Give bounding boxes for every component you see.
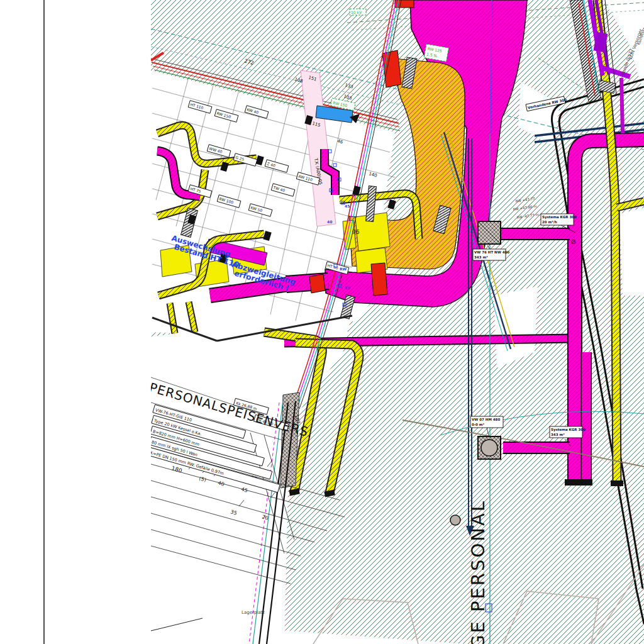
svg-text:RW: RW (340, 267, 347, 271)
svg-text:50: 50 (345, 286, 350, 290)
svg-text:Systema KGR 300: Systema KGR 300 (551, 428, 586, 432)
svg-text:VW 07 HM 480: VW 07 HM 480 (472, 418, 500, 421)
street-name-label: GE PERSONAL (467, 499, 489, 644)
drawing-area: HT 110 RW 150 KW 40 WW 40 G 25 Z 40 HT 7… (148, 0, 644, 644)
svg-text:0-0 m³: 0-0 m³ (472, 423, 485, 426)
label-systema-2: Systema KGR 300343 m³ (550, 426, 586, 438)
shaft-1 (478, 221, 501, 244)
svg-text:40: 40 (327, 219, 332, 224)
shaft-2 (478, 436, 501, 459)
svg-text:10 kV: 10 kV (351, 10, 362, 14)
label-systema-1: Systema KGR 30020 m³/h (541, 214, 577, 225)
red-block-small (309, 274, 325, 293)
red-block-mid (371, 263, 387, 296)
svg-text:343 m³: 343 m³ (474, 255, 488, 259)
label-vw76: VW 76 HT NW 400343 m³ (473, 249, 509, 260)
utility-site-plan: HT 110 RW 150 KW 40 WW 40 G 25 Z 40 HT 7… (0, 0, 644, 644)
svg-text:Systema KGR 300: Systema KGR 300 (542, 215, 577, 219)
lagerplatz-label: Lagerplatz (242, 610, 265, 615)
svg-text:20 m³/h: 20 m³/h (542, 220, 557, 224)
svg-text:45: 45 (345, 204, 350, 208)
svg-text:343 m³: 343 m³ (551, 433, 565, 436)
survey-point-circle (450, 515, 460, 525)
diameter-symbol: Ø (571, 239, 575, 245)
svg-text:96: 96 (352, 229, 360, 235)
label-vw07: VW 07 HM 4800-0 m³ (470, 416, 503, 428)
svg-text:VW 76 HT NW 400: VW 76 HT NW 400 (474, 250, 509, 254)
